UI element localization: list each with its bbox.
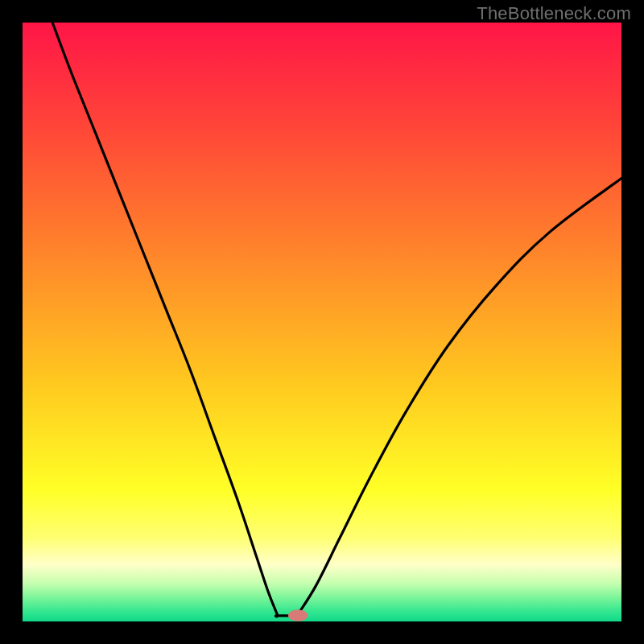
chart-svg bbox=[23, 23, 621, 621]
chart-frame: TheBottleneck.com bbox=[0, 0, 644, 644]
attribution-text: TheBottleneck.com bbox=[477, 3, 631, 24]
gradient-background bbox=[23, 23, 621, 621]
plot-area bbox=[23, 23, 621, 621]
minimum-marker bbox=[288, 610, 308, 621]
